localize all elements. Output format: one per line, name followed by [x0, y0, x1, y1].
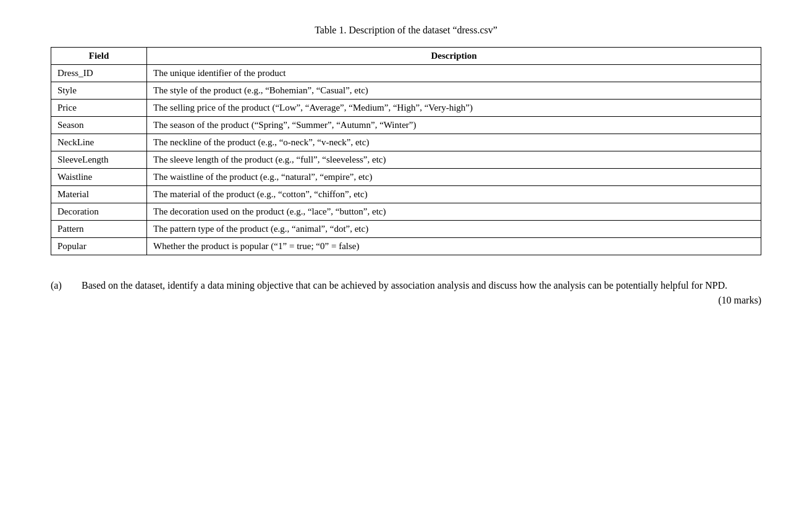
table-cell-description: Whether the product is popular (“1” = tr… — [147, 238, 761, 255]
table-row: MaterialThe material of the product (e.g… — [51, 186, 761, 203]
table-row: SeasonThe season of the product (“Spring… — [51, 117, 761, 134]
table-row: StyleThe style of the product (e.g., “Bo… — [51, 82, 761, 100]
table-header-row: Field Description — [51, 48, 761, 65]
table-cell-field: Style — [51, 82, 147, 100]
table-cell-field: NeckLine — [51, 134, 147, 151]
table-row: DecorationThe decoration used on the pro… — [51, 203, 761, 221]
table-row: PopularWhether the product is popular (“… — [51, 238, 761, 255]
table-row: PatternThe pattern type of the product (… — [51, 221, 761, 238]
table-cell-description: The season of the product (“Spring”, “Su… — [147, 117, 761, 134]
table-cell-field: Price — [51, 100, 147, 117]
table-cell-field: Material — [51, 186, 147, 203]
table-cell-description: The waistline of the product (e.g., “nat… — [147, 169, 761, 186]
page-container: Table 1. Description of the dataset “dre… — [51, 25, 761, 306]
table-cell-field: Waistline — [51, 169, 147, 186]
table-row: SleeveLengthThe sleeve length of the pro… — [51, 151, 761, 169]
table-cell-description: The material of the product (e.g., “cott… — [147, 186, 761, 203]
table-cell-description: The sleeve length of the product (e.g., … — [147, 151, 761, 169]
table-row: Dress_IDThe unique identifier of the pro… — [51, 65, 761, 82]
table-cell-description: The unique identifier of the product — [147, 65, 761, 82]
col-header-field: Field — [51, 48, 147, 65]
table-cell-description: The decoration used on the product (e.g.… — [147, 203, 761, 221]
table-row: PriceThe selling price of the product (“… — [51, 100, 761, 117]
table-cell-description: The pattern type of the product (e.g., “… — [147, 221, 761, 238]
table-cell-field: SleeveLength — [51, 151, 147, 169]
table-cell-field: Season — [51, 117, 147, 134]
table-cell-field: Dress_ID — [51, 65, 147, 82]
question-section: (a) Based on the dataset, identify a dat… — [51, 280, 761, 306]
table-row: WaistlineThe waistline of the product (e… — [51, 169, 761, 186]
data-table: Field Description Dress_IDThe unique ide… — [51, 47, 761, 255]
col-header-description: Description — [147, 48, 761, 65]
table-cell-description: The selling price of the product (“Low”,… — [147, 100, 761, 117]
table-row: NeckLineThe neckline of the product (e.g… — [51, 134, 761, 151]
question-text: Based on the dataset, identify a data mi… — [82, 280, 761, 291]
table-caption: Table 1. Description of the dataset “dre… — [51, 25, 761, 36]
table-cell-description: The style of the product (e.g., “Bohemia… — [147, 82, 761, 100]
table-cell-field: Popular — [51, 238, 147, 255]
marks-label: (10 marks) — [82, 295, 761, 306]
question-label: (a) — [51, 280, 69, 306]
table-cell-field: Decoration — [51, 203, 147, 221]
table-cell-description: The neckline of the product (e.g., “o-ne… — [147, 134, 761, 151]
table-cell-field: Pattern — [51, 221, 147, 238]
